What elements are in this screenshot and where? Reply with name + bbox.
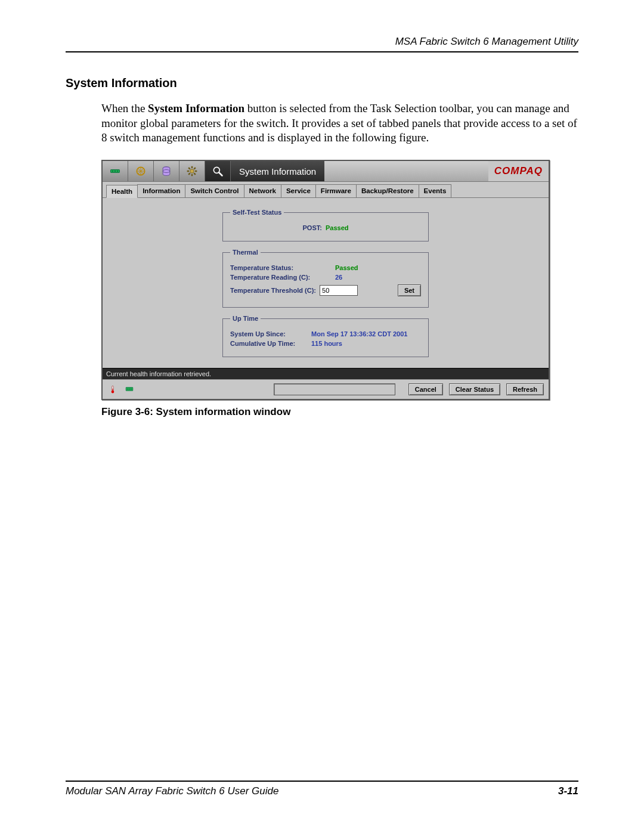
clear-status-button[interactable]: Clear Status [449, 383, 500, 395]
tab-switch-control[interactable]: Switch Control [185, 184, 244, 197]
set-button[interactable]: Set [398, 284, 421, 296]
tab-events[interactable]: Events [419, 184, 452, 197]
post-label: POST: [303, 224, 322, 231]
selftest-group: Self-Test Status POST: Passed [222, 209, 429, 241]
uptime-since-value: Mon Sep 17 13:36:32 CDT 2001 [311, 330, 407, 337]
tab-network[interactable]: Network [244, 184, 281, 197]
page-footer: Modular SAN Array Fabric Switch 6 User G… [66, 781, 578, 797]
switch-mini-icon [124, 384, 135, 395]
svg-point-2 [114, 171, 116, 172]
tab-firmware[interactable]: Firmware [315, 184, 357, 197]
footer-left: Modular SAN Array Fabric Switch 6 User G… [66, 785, 278, 797]
uptime-legend: Up Time [230, 315, 261, 322]
svg-point-15 [131, 389, 132, 390]
thermal-legend: Thermal [230, 249, 261, 256]
database-icon[interactable] [154, 161, 179, 181]
tab-strip: Health Information Switch Control Networ… [103, 182, 549, 198]
toolbar-icons [103, 161, 231, 181]
temp-threshold-label: Temperature Threshold (C): [230, 287, 316, 294]
selftest-legend: Self-Test Status [230, 209, 284, 216]
bottom-bar: Cancel Clear Status Refresh [103, 379, 549, 399]
figure-caption: Figure 3-6: System information window [101, 406, 578, 418]
cancel-button[interactable]: Cancel [408, 383, 443, 395]
header-bar: System Information COMPAQ [103, 161, 549, 182]
system-info-icon[interactable] [205, 161, 231, 181]
system-information-window: System Information COMPAQ Health Informa… [101, 160, 550, 400]
refresh-button[interactable]: Refresh [506, 383, 544, 395]
body-text-strong: System Information [148, 102, 244, 114]
brand-logo: COMPAQ [488, 161, 549, 181]
fabric-icon[interactable] [128, 161, 154, 181]
running-header: MSA Fabric Switch 6 Management Utility [66, 36, 578, 52]
temp-status-value: Passed [335, 264, 358, 271]
tab-health[interactable]: Health [106, 185, 138, 198]
gear-icon[interactable] [179, 161, 205, 181]
progress-bar [274, 383, 395, 395]
section-title: System Information [66, 76, 578, 90]
footer-page-number: 3-11 [558, 785, 578, 797]
temp-threshold-input[interactable] [320, 285, 358, 296]
window-title: System Information [231, 161, 324, 181]
thermal-group: Thermal Temperature Status: Passed Tempe… [222, 249, 429, 308]
tab-service[interactable]: Service [281, 184, 316, 197]
svg-point-3 [117, 171, 118, 172]
status-message: Current health information retrieved. [103, 368, 549, 379]
uptime-cum-label: Cumulative Up Time: [230, 340, 308, 347]
uptime-cum-value: 115 hours [311, 340, 342, 347]
uptime-since-label: System Up Since: [230, 330, 308, 337]
svg-point-13 [127, 389, 128, 390]
temp-reading-value: 26 [335, 274, 342, 281]
svg-point-1 [112, 171, 113, 172]
body-text-pre: When the [101, 102, 148, 114]
tab-information[interactable]: Information [137, 184, 185, 197]
svg-point-14 [129, 389, 130, 390]
body-paragraph: When the System Information button is se… [101, 101, 578, 145]
svg-rect-11 [112, 389, 113, 392]
post-value: Passed [326, 224, 349, 231]
svg-point-7 [190, 169, 194, 174]
temp-reading-label: Temperature Reading (C): [230, 274, 332, 281]
thermometer-icon [107, 384, 118, 395]
temp-status-label: Temperature Status: [230, 264, 332, 271]
tab-backup-restore[interactable]: Backup/Restore [356, 184, 419, 197]
uptime-group: Up Time System Up Since: Mon Sep 17 13:3… [222, 315, 429, 357]
health-panel: Self-Test Status POST: Passed Thermal Te… [103, 198, 549, 368]
switch-icon[interactable] [103, 161, 128, 181]
